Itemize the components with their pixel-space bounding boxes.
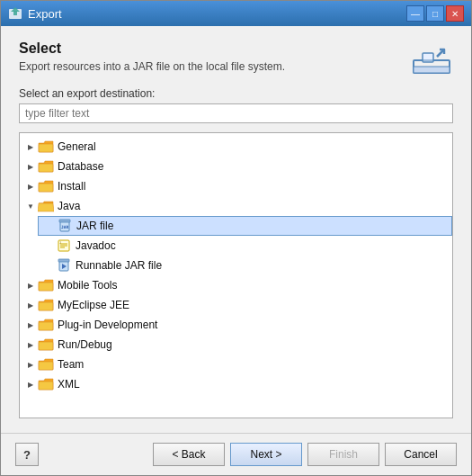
- title-bar-left: Export: [8, 6, 62, 21]
- tree-item-plugin-dev[interactable]: Plug-in Development: [20, 315, 452, 335]
- svg-rect-24: [39, 322, 53, 330]
- tree-label-java: Java: [58, 200, 80, 212]
- tree-item-database[interactable]: Database: [20, 157, 452, 176]
- folder-icon-run-debug: [38, 337, 54, 352]
- svg-rect-25: [39, 342, 53, 350]
- help-button[interactable]: ?: [15, 443, 39, 466]
- dialog-footer: ? < Back Next > Finish Cancel: [1, 433, 471, 475]
- folder-icon-plugin-dev: [38, 318, 54, 332]
- svg-rect-27: [39, 382, 53, 390]
- tree-label-xml: XML: [58, 378, 80, 391]
- tree-label-myeclipse-jee: MyEclipse JEE: [58, 299, 129, 311]
- svg-rect-20: [58, 259, 69, 262]
- folder-icon-database: [38, 159, 54, 174]
- tree-label-database: Database: [58, 160, 103, 173]
- tree-toggle-java[interactable]: [23, 199, 38, 213]
- back-button[interactable]: < Back: [153, 443, 225, 466]
- runnable-jar-icon: [56, 258, 72, 273]
- tree-container[interactable]: General Database Install: [19, 132, 453, 418]
- footer-left: ?: [15, 443, 39, 466]
- tree-item-javadoc[interactable]: J Javadoc: [38, 236, 452, 256]
- filter-input[interactable]: [19, 103, 453, 123]
- title-text: Export: [28, 7, 62, 21]
- minimize-button[interactable]: —: [406, 5, 424, 22]
- svg-rect-8: [39, 144, 53, 152]
- dialog-heading: Select: [19, 40, 285, 57]
- footer-right: < Back Next > Finish Cancel: [153, 443, 457, 466]
- svg-rect-2: [13, 11, 17, 15]
- tree-item-java[interactable]: Java: [20, 196, 452, 216]
- tree-label-general: General: [58, 140, 96, 153]
- folder-icon-install: [38, 179, 54, 193]
- svg-text:J: J: [59, 241, 61, 245]
- tree-item-jar-file[interactable]: JAR JAR file: [38, 216, 452, 236]
- finish-button[interactable]: Finish: [307, 443, 379, 466]
- folder-icon-team: [38, 357, 54, 372]
- header-text: Select Export resources into a JAR file …: [19, 40, 285, 73]
- cancel-button[interactable]: Cancel: [385, 443, 457, 466]
- dialog-description: Export resources into a JAR file on the …: [19, 60, 285, 73]
- tree-toggle-myeclipse-jee[interactable]: [23, 298, 38, 312]
- tree-item-runnable-jar[interactable]: Runnable JAR file: [38, 256, 452, 275]
- export-icon: [410, 40, 453, 78]
- dialog-content: Select Export resources into a JAR file …: [1, 26, 471, 433]
- tree-toggle-general[interactable]: [23, 139, 38, 154]
- tree-item-team[interactable]: Team: [20, 355, 452, 374]
- svg-rect-10: [39, 184, 53, 192]
- tree-label-team: Team: [58, 358, 84, 371]
- tree-label-install: Install: [58, 180, 85, 193]
- header-section: Select Export resources into a JAR file …: [19, 40, 453, 78]
- tree-item-run-debug[interactable]: Run/Debug: [20, 335, 452, 355]
- tree-label-run-debug: Run/Debug: [58, 338, 112, 351]
- tree-toggle-team[interactable]: [23, 357, 38, 372]
- tree-item-myeclipse-jee[interactable]: MyEclipse JEE: [20, 295, 452, 315]
- folder-icon-mobile-tools: [38, 278, 54, 292]
- svg-rect-12: [59, 220, 70, 222]
- tree-item-xml[interactable]: XML: [20, 374, 452, 394]
- svg-rect-26: [39, 362, 53, 370]
- tree-toggle-mobile-tools[interactable]: [23, 278, 38, 292]
- tree-toggle-plugin-dev[interactable]: [23, 318, 38, 332]
- window-icon: [8, 6, 22, 21]
- svg-rect-22: [39, 283, 53, 291]
- tree-item-mobile-tools[interactable]: Mobile Tools: [20, 275, 452, 295]
- filter-section: Select an export destination:: [19, 87, 453, 123]
- svg-rect-9: [39, 164, 53, 172]
- export-dialog: Export — □ ✕ Select Export resources int…: [0, 0, 472, 476]
- tree-label-jar-file: JAR file: [76, 220, 113, 232]
- tree-item-install[interactable]: Install: [20, 176, 452, 196]
- tree-item-general[interactable]: General: [20, 137, 452, 157]
- close-button[interactable]: ✕: [446, 5, 464, 22]
- folder-icon-java-open: [38, 199, 54, 213]
- title-buttons: — □ ✕: [406, 5, 464, 22]
- folder-icon-xml: [38, 377, 54, 391]
- title-bar: Export — □ ✕: [1, 1, 471, 26]
- jar-file-icon: JAR: [57, 219, 73, 233]
- tree-label-runnable-jar: Runnable JAR file: [76, 259, 162, 272]
- tree-toggle-database[interactable]: [23, 159, 38, 174]
- filter-label: Select an export destination:: [19, 87, 453, 100]
- tree-label-mobile-tools: Mobile Tools: [58, 279, 117, 292]
- java-children: JAR JAR file J Javadoc: [20, 216, 452, 275]
- folder-icon-myeclipse-jee: [38, 298, 54, 312]
- tree-toggle-xml[interactable]: [23, 377, 38, 391]
- tree-toggle-run-debug[interactable]: [23, 337, 38, 352]
- maximize-button[interactable]: □: [426, 5, 444, 22]
- svg-rect-4: [414, 67, 450, 73]
- tree-toggle-install[interactable]: [23, 179, 38, 193]
- tree-label-plugin-dev: Plug-in Development: [58, 319, 157, 331]
- tree-label-javadoc: Javadoc: [76, 239, 116, 252]
- next-button[interactable]: Next >: [230, 443, 302, 466]
- svg-rect-23: [39, 302, 53, 310]
- folder-icon-general: [38, 139, 54, 154]
- svg-text:JAR: JAR: [61, 225, 68, 229]
- javadoc-icon: J: [56, 238, 72, 253]
